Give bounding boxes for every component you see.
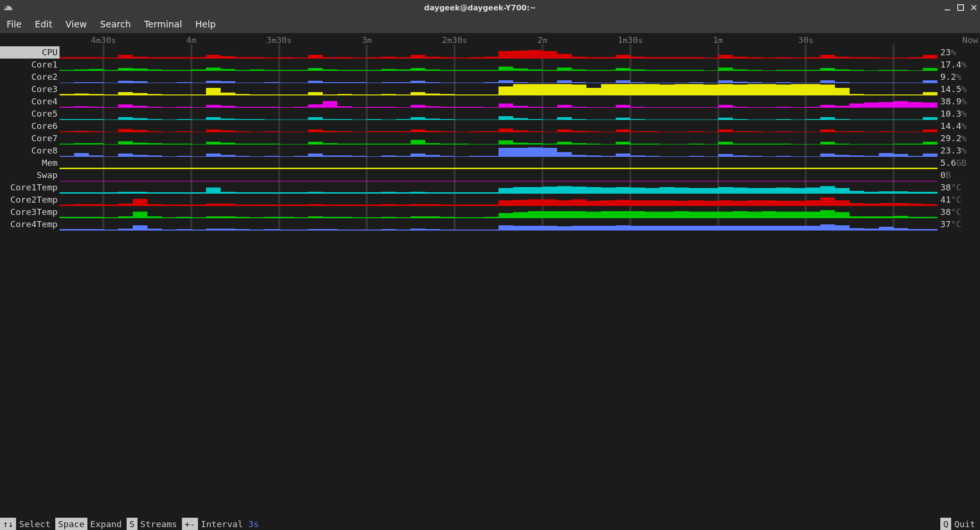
status-desc-expand: Expand <box>87 518 127 530</box>
maximize-icon[interactable] <box>957 4 964 11</box>
metric-row-core4[interactable]: Core438.9% <box>0 95 980 108</box>
metric-row-core2[interactable]: Core29.2% <box>0 71 980 83</box>
statusbar: ↑↓ Select Space Expand S Streams +- Inte… <box>0 518 980 530</box>
metric-value: 29.2% <box>937 132 980 145</box>
time-axis-now: Now <box>937 35 980 46</box>
metric-row-core1temp[interactable]: Core1Temp38°C <box>0 181 980 194</box>
metric-value: 37°C <box>937 218 980 231</box>
metric-chart <box>60 145 937 157</box>
metric-value: 38.9% <box>937 95 980 108</box>
metric-label: Mem <box>0 157 60 169</box>
time-tick: 1m30s <box>618 35 643 45</box>
status-key-interval: +- <box>182 518 198 530</box>
metric-row-core1[interactable]: Core117.4% <box>0 59 980 71</box>
metric-label: Core1 <box>0 59 60 71</box>
metric-value: 9.2% <box>937 71 980 83</box>
metric-value: 14.5% <box>937 83 980 95</box>
metric-row-core4temp[interactable]: Core4Temp37°C <box>0 218 980 231</box>
metric-chart <box>60 169 937 181</box>
metric-chart <box>60 71 937 83</box>
metric-chart <box>60 194 937 206</box>
metric-chart <box>60 206 937 218</box>
close-icon[interactable] <box>971 4 977 11</box>
metric-row-core6[interactable]: Core614.4% <box>0 120 980 132</box>
metric-rows: CPU23%Core117.4%Core29.2%Core314.5%Core4… <box>0 46 980 231</box>
metric-chart <box>60 157 937 169</box>
metric-chart <box>60 120 937 132</box>
status-key-streams: S <box>127 518 138 530</box>
metric-chart <box>60 46 937 59</box>
time-tick: 30s <box>798 35 813 45</box>
metric-chart <box>60 83 937 95</box>
metric-value: 38°C <box>937 206 980 218</box>
metric-chart <box>60 59 937 71</box>
metric-value: 23.3% <box>937 145 980 157</box>
status-desc-streams: Streams <box>138 518 182 530</box>
metric-chart <box>60 181 937 194</box>
status-desc-select: Select <box>16 518 55 530</box>
metric-value: 41°C <box>937 194 980 206</box>
time-tick: 3m <box>362 35 372 45</box>
metric-label: Core5 <box>0 108 60 120</box>
metric-label: Core1Temp <box>0 181 60 194</box>
metric-label: Core8 <box>0 145 60 157</box>
metric-label: Core4Temp <box>0 218 60 231</box>
metric-row-core3temp[interactable]: Core3Temp38°C <box>0 206 980 218</box>
menu-search[interactable]: Search <box>100 19 131 29</box>
time-tick: 2m30s <box>442 35 467 45</box>
status-desc-quit: Quit <box>951 518 980 530</box>
metric-chart <box>60 108 937 120</box>
status-key-select: ↑↓ <box>0 518 16 530</box>
terminal-icon <box>3 2 13 13</box>
terminal-output: 4m30s4m3m30s3m2m30s2m1m30s1m30s Now CPU2… <box>0 33 980 518</box>
metric-label: Swap <box>0 169 60 181</box>
metric-label: Core3Temp <box>0 206 60 218</box>
metric-chart <box>60 95 937 108</box>
metric-row-mem[interactable]: Mem5.6GB <box>0 157 980 169</box>
status-key-quit: Q <box>940 518 951 530</box>
metric-label: CPU <box>0 46 60 59</box>
menu-file[interactable]: File <box>7 19 22 29</box>
svg-rect-0 <box>945 9 950 10</box>
metric-value: 0B <box>937 169 980 181</box>
metric-label: Core7 <box>0 132 60 145</box>
menu-view[interactable]: View <box>66 19 87 29</box>
metric-row-cpu[interactable]: CPU23% <box>0 46 980 59</box>
svg-rect-1 <box>958 5 963 10</box>
menu-help[interactable]: Help <box>195 19 215 29</box>
metric-value: 10.3% <box>937 108 980 120</box>
metric-label: Core2 <box>0 71 60 83</box>
metric-row-core3[interactable]: Core314.5% <box>0 83 980 95</box>
metric-value: 17.4% <box>937 59 980 71</box>
time-tick: 3m30s <box>266 35 292 45</box>
metric-value: 14.4% <box>937 120 980 132</box>
metric-row-core5[interactable]: Core510.3% <box>0 108 980 120</box>
metric-value: 38°C <box>937 181 980 194</box>
metric-label: Core2Temp <box>0 194 60 206</box>
menu-edit[interactable]: Edit <box>35 19 52 29</box>
titlebar: daygeek@daygeek-Y700:~ <box>0 0 980 15</box>
time-tick: 2m <box>537 35 547 45</box>
metric-row-core2temp[interactable]: Core2Temp41°C <box>0 194 980 206</box>
time-axis: 4m30s4m3m30s3m2m30s2m1m30s1m30s Now <box>0 35 980 46</box>
metric-chart <box>60 218 937 231</box>
menu-terminal[interactable]: Terminal <box>144 19 182 29</box>
metric-chart <box>60 132 937 145</box>
metric-row-core7[interactable]: Core729.2% <box>0 132 980 145</box>
metric-value: 5.6GB <box>937 157 980 169</box>
metric-label: Core3 <box>0 83 60 95</box>
metric-value: 23% <box>937 46 980 59</box>
status-key-expand: Space <box>55 518 87 530</box>
metric-label: Core6 <box>0 120 60 132</box>
time-tick: 1m <box>713 35 723 45</box>
menubar: File Edit View Search Terminal Help <box>0 15 980 33</box>
window-title: daygeek@daygeek-Y700:~ <box>16 3 944 12</box>
metric-row-core8[interactable]: Core823.3% <box>0 145 980 157</box>
minimize-icon[interactable] <box>944 4 951 11</box>
time-tick: 4m30s <box>91 35 116 45</box>
metric-label: Core4 <box>0 95 60 108</box>
status-desc-interval: Interval 3s <box>198 518 264 530</box>
metric-row-swap[interactable]: Swap0B <box>0 169 980 181</box>
time-tick: 4m <box>186 35 196 45</box>
